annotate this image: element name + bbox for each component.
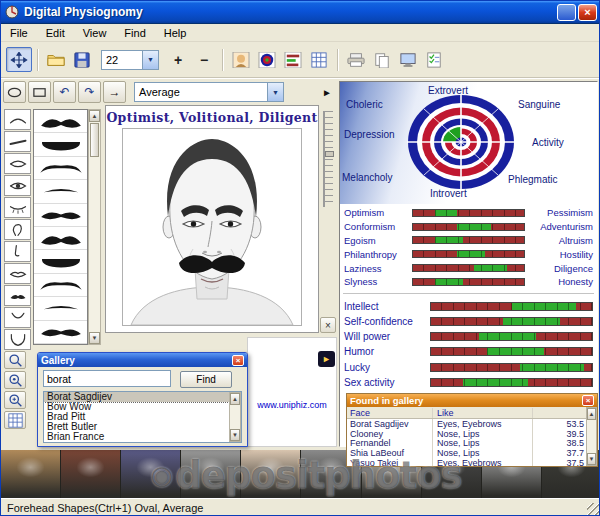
status-bar: Forehead Shapes(Ctrl+1) Oval, Average <box>1 498 600 516</box>
eye-pupil-button[interactable] <box>4 175 31 196</box>
temperament-view-button[interactable] <box>254 47 280 72</box>
window-title: Digital Physiognomy <box>24 5 555 19</box>
zoom-combobox[interactable]: 22 ▼ <box>101 50 159 70</box>
mustache-style-4[interactable] <box>34 180 87 203</box>
face-photo[interactable] <box>1 450 60 498</box>
chin-button[interactable] <box>4 307 31 328</box>
mustache-style-8[interactable] <box>34 274 87 297</box>
beard-button[interactable] <box>4 329 31 350</box>
mustache-style-6[interactable] <box>34 227 87 250</box>
options-button[interactable] <box>421 47 447 72</box>
open-button[interactable] <box>43 47 69 72</box>
zoom-out-button[interactable]: − <box>191 47 217 72</box>
mustache-scrollbar[interactable]: ▲ ▼ <box>88 109 101 345</box>
scroll-up-icon[interactable]: ▲ <box>587 408 596 420</box>
website-link[interactable]: www.uniphiz.com <box>248 400 336 410</box>
mustache-style-9[interactable] <box>34 297 87 320</box>
menu-item-help[interactable]: Help <box>155 26 196 40</box>
mustache-style-2[interactable] <box>34 133 87 156</box>
close-icon[interactable]: × <box>232 355 244 366</box>
find-face-button[interactable] <box>4 371 26 389</box>
mustache-button[interactable] <box>4 285 31 306</box>
mustache-style-10[interactable] <box>34 321 87 344</box>
resize-grip[interactable] <box>587 503 600 516</box>
scroll-down-icon[interactable]: ▼ <box>230 429 240 441</box>
feature-size-slider[interactable] <box>323 111 333 207</box>
scroll-down-icon[interactable]: ▼ <box>89 332 100 344</box>
move-tool-button[interactable] <box>6 47 32 72</box>
lips-button[interactable] <box>4 263 31 284</box>
mustache-style-3[interactable] <box>34 157 87 180</box>
found-scrollbar[interactable]: ▲ ▼ <box>586 407 597 466</box>
slider-handle[interactable] <box>325 151 334 157</box>
play-button[interactable]: ► <box>317 81 337 103</box>
gallery-view-button[interactable] <box>306 47 332 72</box>
print-button[interactable] <box>343 47 369 72</box>
found-col-face[interactable]: Face <box>347 408 433 418</box>
scrollbar-thumb[interactable] <box>90 123 99 157</box>
found-row[interactable]: ClooneyNose, Lips39.5 <box>347 429 597 439</box>
brow-line-button[interactable] <box>4 131 31 152</box>
menu-item-file[interactable]: File <box>1 26 37 40</box>
chevron-down-icon[interactable]: ▼ <box>142 51 158 69</box>
trait-right-label: Honesty <box>525 276 593 287</box>
menu-item-view[interactable]: View <box>74 26 116 40</box>
gallery-scrollbar[interactable]: ▲ ▼ <box>229 392 241 442</box>
scroll-up-icon[interactable]: ▲ <box>230 393 240 405</box>
chevron-down-icon[interactable]: ▼ <box>267 83 283 101</box>
found-row[interactable]: FernandelNose, Lips38.5 <box>347 438 597 448</box>
undo-button[interactable]: ↶ <box>53 81 76 103</box>
panel-toggle-button[interactable]: ► <box>318 351 335 367</box>
scroll-up-icon[interactable]: ▲ <box>89 110 100 122</box>
ear-button[interactable] <box>4 219 31 240</box>
face-photo[interactable] <box>181 450 240 498</box>
minimize-button[interactable]: _ <box>557 4 576 21</box>
title-bar[interactable]: Digital Physiognomy _ × <box>1 1 600 24</box>
quality-bar <box>430 347 593 356</box>
zoom-in-button[interactable]: + <box>165 47 191 72</box>
redo-button[interactable]: ↷ <box>78 81 101 103</box>
mustache-style-7[interactable] <box>34 250 87 273</box>
next-feature-button[interactable]: → <box>103 81 126 103</box>
found-title-bar[interactable]: Found in gallery × <box>347 394 597 407</box>
save-button[interactable] <box>69 47 95 72</box>
copy-button[interactable] <box>369 47 395 72</box>
found-row[interactable]: Shia LaBeoufNose, Lips37.7 <box>347 448 597 458</box>
menu-item-find[interactable]: Find <box>115 26 154 40</box>
face-photo[interactable] <box>61 450 120 498</box>
mustache-style-1[interactable] <box>34 110 87 133</box>
mustache-style-5[interactable] <box>34 204 87 227</box>
shape-style-combobox[interactable]: Average ▼ <box>134 82 284 102</box>
gallery-list-item[interactable]: Brian France <box>44 432 241 442</box>
face-photo[interactable] <box>241 450 300 498</box>
trait-row: PhilanthropyHostility <box>344 247 593 261</box>
portrait-view-button[interactable] <box>228 47 254 72</box>
face-photo[interactable] <box>121 450 180 498</box>
gallery-title-bar[interactable]: Gallery × <box>38 353 247 367</box>
gallery-search-input[interactable] <box>43 370 171 387</box>
found-col-like[interactable]: Like <box>433 408 533 418</box>
find-button[interactable]: Find <box>180 371 232 388</box>
menu-item-edit[interactable]: Edit <box>37 26 74 40</box>
thumbnails-button[interactable] <box>4 411 26 429</box>
found-row[interactable]: Yasuo TakeiEyes, Eyebrows37.5 <box>347 458 597 466</box>
play-icon: ► <box>322 87 332 98</box>
found-row[interactable]: Borat SagdijevEyes, Eyebrows53.5 <box>347 419 597 429</box>
find-similar-button[interactable] <box>4 351 26 369</box>
traits-view-button[interactable] <box>280 47 306 72</box>
close-icon[interactable]: × <box>582 395 594 406</box>
clear-face-button[interactable]: × <box>320 317 336 333</box>
close-button[interactable]: × <box>578 4 597 21</box>
nose-button[interactable] <box>4 241 31 262</box>
export-button[interactable] <box>395 47 421 72</box>
toolbar-separator <box>37 49 38 71</box>
scroll-down-icon[interactable]: ▼ <box>587 453 596 465</box>
oval-shape-button[interactable] <box>3 81 26 103</box>
portrait-canvas[interactable] <box>122 128 302 326</box>
find-features-button[interactable] <box>4 391 26 409</box>
eye-outline-button[interactable] <box>4 153 31 174</box>
eye-closed-button[interactable] <box>4 197 31 218</box>
brow-arc-button[interactable] <box>4 109 31 130</box>
rect-shape-button[interactable] <box>28 81 51 103</box>
found-face: Shia LaBeouf <box>347 448 433 458</box>
